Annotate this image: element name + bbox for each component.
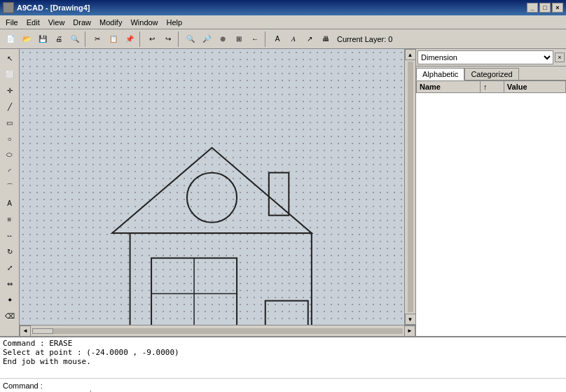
hatch-tool[interactable]: ≡ xyxy=(2,211,18,227)
zoom-out-button[interactable]: 🔎 xyxy=(199,31,214,47)
zoom-all-button[interactable]: ⊕ xyxy=(215,31,230,47)
panel-content: Name ↑ Value xyxy=(416,80,566,336)
pointer-tool[interactable]: ↖ xyxy=(2,50,18,66)
circle-tool[interactable]: ○ xyxy=(2,131,18,146)
zoom-in-button[interactable]: 🔍 xyxy=(183,31,198,47)
mirror-tool[interactable]: ⇔ xyxy=(2,276,18,291)
separator-1 xyxy=(85,31,88,47)
font-button[interactable]: 𝐴 xyxy=(286,31,301,47)
ellipse-tool[interactable]: ⬭ xyxy=(2,147,18,162)
h-scroll-right[interactable]: ► xyxy=(404,326,415,337)
drawing-canvas[interactable] xyxy=(20,49,404,325)
toolbar: 📄 📂 💾 🖨 🔍 ✂ 📋 📌 ↩ ↪ 🔍 🔎 ⊕ ⊞ ← A 𝐴 ↗ 🖶 Cu… xyxy=(0,29,566,49)
v-scrollbar[interactable]: ▲ ▼ xyxy=(404,49,415,325)
zoom-prev-button[interactable]: ← xyxy=(247,31,263,47)
copy-button[interactable]: 📋 xyxy=(106,31,121,47)
save-button[interactable]: 💾 xyxy=(35,31,50,47)
h-scroll-thumb xyxy=(32,328,53,334)
menu-modify[interactable]: Modify xyxy=(95,17,126,28)
dimension-tool[interactable]: ↔ xyxy=(2,227,18,243)
title-bar: A9CAD - [Drawing4] _ □ × xyxy=(0,0,566,15)
v-scroll-up[interactable]: ▲ xyxy=(405,49,416,60)
preview-button[interactable]: 🔍 xyxy=(67,31,83,47)
right-panel: Dimension × Alphabetic Categorized Name … xyxy=(415,49,566,336)
command-output: Command : ERASE Select at point : (-24.0… xyxy=(0,337,566,378)
rotate-tool[interactable]: ↻ xyxy=(2,244,18,259)
right-panel-close[interactable]: × xyxy=(555,52,565,62)
svg-marker-0 xyxy=(112,148,312,233)
menu-draw[interactable]: Draw xyxy=(69,17,95,28)
separator-3 xyxy=(178,31,181,47)
title-controls: _ □ × xyxy=(527,3,563,13)
tab-alphabetic[interactable]: Alphabetic xyxy=(416,68,464,80)
rectangle-tool[interactable]: ▭ xyxy=(2,115,18,130)
col-value: Value xyxy=(504,81,565,93)
menu-file[interactable]: File xyxy=(1,17,22,28)
paste-button[interactable]: 📌 xyxy=(122,31,137,47)
col-name: Name xyxy=(417,81,481,93)
v-scroll-down[interactable]: ▼ xyxy=(405,314,416,325)
current-layer-label: Current Layer: 0 xyxy=(337,35,392,43)
h-scroll-track[interactable] xyxy=(32,328,403,334)
svg-rect-6 xyxy=(265,301,308,325)
properties-table: Name ↑ Value xyxy=(416,80,566,93)
menu-help[interactable]: Help xyxy=(163,17,187,28)
new-button[interactable]: 📄 xyxy=(3,31,18,47)
tab-categorized[interactable]: Categorized xyxy=(464,68,518,80)
col-sort-icon[interactable]: ↑ xyxy=(480,81,504,93)
command-line-3: End job with mouse. xyxy=(3,357,563,366)
menu-window[interactable]: Window xyxy=(126,17,162,28)
menu-edit[interactable]: Edit xyxy=(22,17,44,28)
left-toolbar: ↖ ⬜ ✛ ╱ ▭ ○ ⬭ ◜ ⌒ A ≡ ↔ ↻ ⤢ ⇔ ✦ ⌫ xyxy=(0,49,20,336)
h-scrollbar[interactable]: ◄ ► xyxy=(20,325,415,336)
menu-view[interactable]: View xyxy=(44,17,69,28)
layer-dropdown[interactable]: Dimension xyxy=(417,50,553,64)
canvas-with-vscroll: ▲ ▼ xyxy=(20,49,415,325)
zoom-window-button[interactable]: ⊞ xyxy=(231,31,247,47)
insert-button[interactable]: ↗ xyxy=(302,31,317,47)
panel-tabs: Alphabetic Categorized xyxy=(416,66,566,80)
svg-point-8 xyxy=(187,173,237,223)
print-button[interactable]: 🖨 xyxy=(51,31,67,47)
svg-rect-1 xyxy=(130,233,312,325)
open-button[interactable]: 📂 xyxy=(19,31,34,47)
svg-rect-2 xyxy=(269,173,289,216)
app-icon xyxy=(3,2,14,13)
h-scroll-left[interactable]: ◄ xyxy=(20,326,31,337)
close-button[interactable]: × xyxy=(552,3,563,13)
snap-tool[interactable]: ✦ xyxy=(2,292,18,307)
right-panel-header: Dimension × xyxy=(416,49,566,66)
undo-button[interactable]: ↩ xyxy=(144,31,160,47)
erase-tool[interactable]: ⌫ xyxy=(2,308,18,323)
plot-button[interactable]: 🖶 xyxy=(318,31,333,47)
polyline-tool[interactable]: ⌒ xyxy=(2,179,18,195)
command-input[interactable] xyxy=(45,381,563,390)
title-text: A9CAD - [Drawing4] xyxy=(17,4,527,12)
canvas-area-container: ▲ ▼ ◄ ► xyxy=(20,49,415,336)
cut-button[interactable]: ✂ xyxy=(90,31,105,47)
text-style-button[interactable]: A xyxy=(270,31,285,47)
workspace: ↖ ⬜ ✛ ╱ ▭ ○ ⬭ ◜ ⌒ A ≡ ↔ ↻ ⤢ ⇔ ✦ ⌫ xyxy=(0,49,566,392)
command-area: Command : ERASE Select at point : (-24.0… xyxy=(0,336,566,392)
v-scroll-track[interactable] xyxy=(408,62,413,312)
text-tool[interactable]: A xyxy=(2,195,18,211)
maximize-button[interactable]: □ xyxy=(539,3,551,13)
minimize-button[interactable]: _ xyxy=(527,3,538,13)
line-tool[interactable]: ╱ xyxy=(2,99,18,114)
command-line-2: Select at point : (-24.0000 , -9.0000) xyxy=(3,348,563,357)
select-rect-tool[interactable]: ⬜ xyxy=(2,66,18,82)
command-line-1: Command : ERASE xyxy=(3,339,563,348)
drawing-svg xyxy=(20,49,404,325)
command-label: Command : xyxy=(3,382,43,390)
menu-bar: File Edit View Draw Modify Window Help xyxy=(0,15,566,29)
move-tool[interactable]: ✛ xyxy=(2,83,18,98)
redo-button[interactable]: ↪ xyxy=(160,31,176,47)
drawing-row: ↖ ⬜ ✛ ╱ ▭ ○ ⬭ ◜ ⌒ A ≡ ↔ ↻ ⤢ ⇔ ✦ ⌫ xyxy=(0,49,566,336)
separator-4 xyxy=(265,31,268,47)
scale-tool[interactable]: ⤢ xyxy=(2,260,18,275)
arc-tool[interactable]: ◜ xyxy=(2,163,18,178)
separator-2 xyxy=(139,31,142,47)
